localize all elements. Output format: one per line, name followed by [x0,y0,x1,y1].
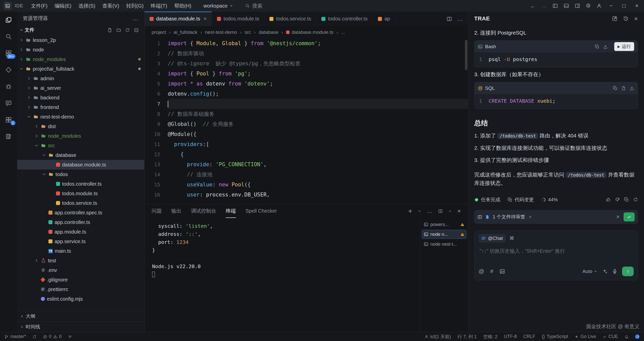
menu-item[interactable]: 查看(V) [99,1,123,11]
activity-workspace[interactable]: 1 [5,117,12,123]
encoding[interactable]: UTF-8 [504,334,517,339]
new-folder-icon[interactable] [116,28,121,33]
more-actions-icon[interactable]: … [457,16,463,22]
copy-icon[interactable] [624,197,629,202]
notifications[interactable] [625,335,629,339]
git-branch[interactable]: master* [5,334,26,339]
editor-tab[interactable]: ap [373,12,395,26]
panel-tab[interactable]: 调试控制台 [191,204,216,218]
terminal-session[interactable]: node nest-t... [422,240,466,249]
code-line[interactable]: import * as dotenv from 'dotenv'; [168,79,468,89]
assistant-icon[interactable] [635,334,639,339]
file-icon[interactable] [485,215,490,219]
tree-item[interactable]: todos.module.ts [17,189,144,198]
tree-item[interactable]: ⚙.env [17,265,144,275]
chevron-down-icon[interactable] [418,209,421,213]
split-terminal-icon[interactable] [438,209,443,213]
eol-sequence[interactable]: CRLF [523,334,535,339]
insert-icon[interactable] [603,44,608,49]
updown-icon[interactable] [528,215,532,219]
tree-item[interactable]: node_modules [17,54,144,64]
menu-item[interactable]: 选择(S) [75,1,99,11]
insert-icon[interactable] [630,86,634,91]
history-icon[interactable] [623,16,629,21]
code-line[interactable]: // 连接池 [168,169,468,180]
panel-tab[interactable]: Spell Checker [245,204,277,218]
minimize-button[interactable]: − [607,3,615,9]
new-chat-icon[interactable] [612,16,618,21]
tree-item[interactable]: app.controller.spec.ts [17,208,144,217]
problems-errors[interactable]: 0 0 [43,334,62,339]
mic-icon[interactable] [612,269,618,274]
thumbs-down-icon[interactable] [615,197,620,202]
code-editor[interactable]: 12345678910111213141516 import { Module,… [145,38,468,204]
code-line[interactable]: user: process.env.DB_USER, [168,190,468,200]
tree-item[interactable]: backend [17,93,144,102]
panel-tab[interactable]: 终端 [226,204,236,218]
new-terminal-icon[interactable]: + [408,208,412,215]
copy-icon[interactable] [613,86,618,91]
thumbs-up-icon[interactable] [606,197,611,202]
toggle-sidebar-icon[interactable] [552,3,558,9]
tree-item[interactable]: todos.controller.ts [17,179,144,189]
activity-debug[interactable] [5,83,12,90]
tree-item[interactable]: TSmain.ts [17,246,144,256]
code-line[interactable]: dotenv.config(); [168,89,468,99]
breadcrumb-item[interactable]: nest-test-demo [205,30,237,35]
breadcrumb-item[interactable]: database [259,30,278,35]
code-line[interactable]: @Module({ [168,129,468,139]
terminal-session[interactable]: node n... [422,230,466,239]
code-line[interactable]: useValue: new Pool({ [168,180,468,190]
mention-icon[interactable]: @ [479,269,484,274]
model-selector[interactable]: Auto [582,269,597,274]
ports-indicator[interactable] [68,335,72,339]
panel-tab[interactable]: 输出 [171,204,181,218]
go-live-button[interactable]: Go Live [575,334,596,339]
activity-explorer[interactable] [5,17,12,23]
menu-item[interactable]: 编辑(E) [51,1,75,11]
close-icon[interactable]: × [204,16,207,22]
code-line[interactable]: providers:[ [168,139,468,149]
more-actions-icon[interactable]: … [427,208,433,214]
code-line[interactable]: import { Module, Global } from '@nestjs/… [168,38,468,48]
activity-comments[interactable] [5,100,12,106]
close-button[interactable]: × [633,3,640,9]
tree-item[interactable]: P.prettierrc [17,285,144,294]
tree-item[interactable]: todos [17,169,144,179]
tree-item[interactable]: frontend [17,102,144,112]
code-line[interactable]: @Global() // 全局服务 [168,119,468,129]
tree-item[interactable]: app.controller.ts [17,217,144,227]
split-editor-icon[interactable] [446,16,452,22]
nav-forward-icon[interactable]: → [541,3,547,9]
terminal-output[interactable]: syscall: 'listen', address: '::', port: … [145,218,420,332]
cursor-position[interactable]: 行 7, 列 1 [458,334,477,340]
maximize-button[interactable]: □ [620,3,628,9]
menu-item[interactable]: 帮助(H) [171,1,195,11]
tree-item[interactable]: nest-test-demo [17,112,144,122]
indentation[interactable]: 空格: 2 [483,334,497,340]
toggle-panel-icon[interactable] [564,3,569,9]
global-search[interactable]: 搜索 [245,3,262,9]
breadcrumb-item[interactable]: src [245,30,251,35]
language-mode[interactable]: {} TypeScript [542,334,568,339]
file-icon[interactable] [621,86,626,91]
editor-scrollbar[interactable] [464,38,468,204]
tree-item[interactable]: database [17,150,144,160]
code-changes-link[interactable]: 代码变更 [508,196,534,203]
activity-search[interactable] [5,33,12,40]
diff-view-icon[interactable] [478,215,482,219]
copy-icon[interactable] [595,44,599,49]
breadcrumb-item[interactable]: database.module.ts [286,30,333,35]
editor-tab[interactable]: todos.module.ts [212,12,264,26]
tree-item[interactable]: todos.service.ts [17,198,144,208]
tree-item[interactable]: src [17,141,144,150]
image-icon[interactable] [499,269,505,274]
wand-icon[interactable] [602,269,607,274]
collapse-all-icon[interactable] [134,28,139,33]
new-file-icon[interactable] [107,28,112,33]
tree-item[interactable]: dist [17,122,144,131]
tree-item[interactable]: .gitignore [17,275,144,285]
shortcut-icon[interactable]: ⌘ [509,235,514,241]
dismiss-icon[interactable]: × [616,214,620,220]
chat-mode-chip[interactable]: @Chat [479,234,506,243]
